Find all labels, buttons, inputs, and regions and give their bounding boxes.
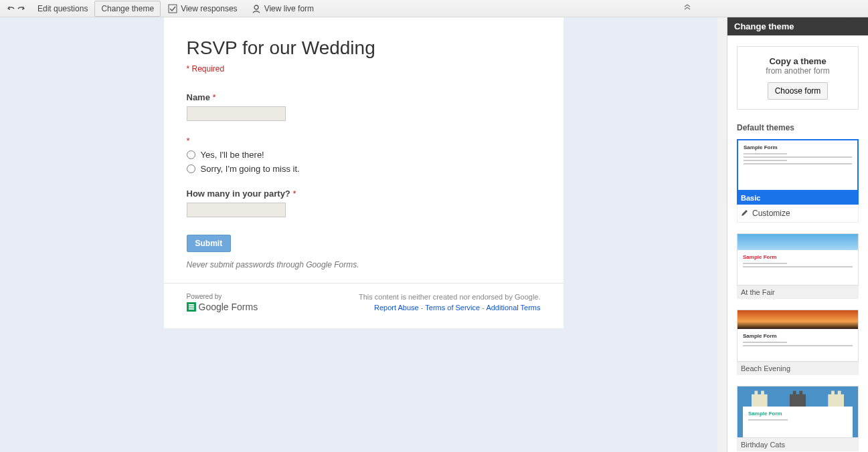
collapse-icon[interactable] [682,3,694,15]
required-asterisk: * [292,189,296,199]
copy-theme-box: Copy a theme from another form Choose fo… [737,46,859,110]
customize-button[interactable]: Customize [737,205,859,223]
required-note: * Required [187,64,541,74]
name-input[interactable] [187,106,286,121]
theme-name: Basic [737,191,859,205]
theme-birthday-cats[interactable]: Sample Form Birthday Cats [737,386,859,451]
question-party-label: How many in your party? [187,189,290,199]
view-responses-button[interactable]: View responses [161,0,244,17]
choose-form-button[interactable]: Choose form [768,82,829,100]
required-asterisk: * [187,136,190,146]
undo-icon[interactable] [5,3,16,14]
radio-yes[interactable] [187,150,195,159]
svg-rect-0 [169,5,177,13]
google-forms-logo[interactable]: Google Forms [187,302,258,312]
radio-label: Sorry, I'm going to miss it. [201,164,300,174]
svg-point-1 [254,5,258,9]
theme-at-the-fair[interactable]: Sample Form At the Fair [737,233,859,299]
edit-questions-button[interactable]: Edit questions [31,1,94,17]
password-note: Never submit passwords through Google Fo… [187,260,541,269]
radio-option[interactable]: Yes, I'll be there! [187,150,541,160]
form-canvas: RSVP for our Wedding * Required Name * * [0,17,727,452]
party-input[interactable] [187,203,286,217]
theme-sidebar: Change theme Copy a theme from another f… [727,17,868,452]
question-name: Name * [187,92,541,121]
disclaimer-text: This content is neither created nor endo… [359,293,541,301]
required-asterisk: * [213,92,216,102]
default-themes-label: Default themes [737,123,859,132]
question-name-label: Name [187,92,210,102]
redo-icon[interactable] [16,3,27,14]
forms-icon [187,302,196,312]
additional-terms-link[interactable]: Additional Terms [486,304,540,312]
live-form-icon [251,3,262,14]
theme-beach-evening[interactable]: Sample Form Beach Evening [737,310,859,375]
view-responses-label: View responses [181,4,238,13]
terms-link[interactable]: Terms of Service [425,304,480,312]
theme-name: At the Fair [737,286,859,299]
powered-by-label: Powered by [187,293,258,300]
form-footer: Powered by Google Forms This content is … [164,283,563,328]
google-forms-text: Google Forms [199,302,258,312]
radio-label: Yes, I'll be there! [201,150,264,160]
customize-label: Customize [752,209,790,218]
radio-option[interactable]: Sorry, I'm going to miss it. [187,164,541,174]
pencil-icon [740,209,748,217]
view-live-form-button[interactable]: View live form [244,0,321,17]
theme-name: Beach Evening [737,362,859,375]
question-attendance: * Yes, I'll be there! Sorry, I'm going t… [187,136,541,174]
form-preview: RSVP for our Wedding * Required Name * * [164,17,563,328]
sidebar-title: Change theme [727,17,868,35]
change-theme-button[interactable]: Change theme [94,1,161,17]
scrollbar[interactable] [717,17,727,452]
theme-name: Birthday Cats [737,438,859,451]
question-party: How many in your party? * [187,189,541,217]
view-live-form-label: View live form [264,4,314,13]
radio-no[interactable] [187,164,195,173]
responses-icon [167,3,178,14]
copy-theme-sub: from another form [744,66,851,76]
form-title: RSVP for our Wedding [187,37,541,59]
copy-theme-title: Copy a theme [744,56,851,66]
report-abuse-link[interactable]: Report Abuse [374,304,419,312]
toolbar: Edit questions Change theme View respons… [0,0,868,17]
submit-button[interactable]: Submit [187,235,232,252]
theme-basic[interactable]: Sample Form Basic Customize [737,139,859,223]
